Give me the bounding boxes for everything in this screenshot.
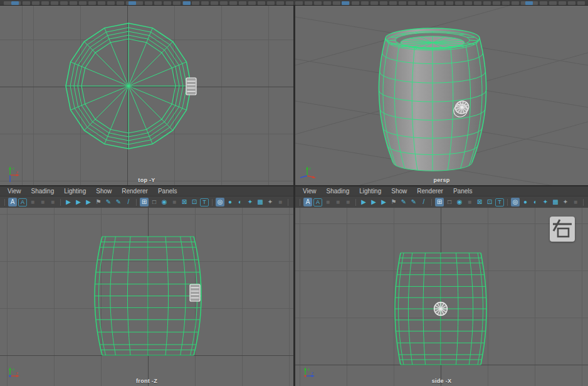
clipped-icon xyxy=(248,1,256,5)
resolution-gate-icon[interactable]: ◉ xyxy=(455,198,464,206)
clipped-icon xyxy=(117,1,124,5)
field-chart-icon[interactable]: ⊠ xyxy=(475,198,484,206)
camera-icon[interactable]: ▶ xyxy=(64,198,73,206)
gate-mask-icon[interactable]: ■ xyxy=(465,198,474,206)
clipped-icon xyxy=(41,1,49,5)
shadows-icon[interactable]: ▩ xyxy=(551,198,560,206)
camera-attributes-icon[interactable]: ▶ xyxy=(369,198,378,206)
use-all-lights-icon[interactable]: ✦ xyxy=(246,198,255,206)
clipped-icon xyxy=(70,1,77,5)
film-gate-icon[interactable]: □ xyxy=(150,198,159,206)
clipped-icon xyxy=(559,1,566,5)
motion-blur-icon[interactable]: ■ xyxy=(571,198,580,206)
wireframe-display-icon[interactable]: ◎ xyxy=(511,198,520,206)
clipped-icon xyxy=(314,1,322,5)
disabled-tool-icon[interactable]: ■ xyxy=(38,198,47,206)
select-priority-icon[interactable]: A xyxy=(18,198,27,206)
disabled-tool-icon[interactable]: ■ xyxy=(323,198,332,206)
clipped-icon xyxy=(135,1,143,5)
menu-view[interactable]: View xyxy=(298,186,322,196)
shadows-icon[interactable]: ▩ xyxy=(256,198,265,206)
gate-mask-icon[interactable]: ■ xyxy=(170,198,179,206)
safe-title-icon[interactable]: T xyxy=(200,198,209,206)
clipped-icon xyxy=(399,1,406,5)
menu-renderer[interactable]: Renderer xyxy=(117,186,153,196)
clipped-icon xyxy=(23,1,30,5)
barrel-top-wireframe xyxy=(0,6,293,185)
clipped-icon xyxy=(154,1,162,5)
safe-action-icon[interactable]: ⊡ xyxy=(485,198,494,206)
shaded-display-icon[interactable]: ● xyxy=(226,198,234,206)
maya-four-view-workspace: y x top -Y y persp ViewShadingLightingSh… xyxy=(0,0,588,386)
wireframe-display-icon[interactable]: ◎ xyxy=(216,198,224,206)
bookmark-flag-icon[interactable]: ⚑ xyxy=(94,198,103,206)
resolution-gate-icon[interactable]: ◉ xyxy=(160,198,169,206)
camera-bookmark-icon[interactable]: ▶ xyxy=(379,198,388,206)
clipped-icon xyxy=(192,1,199,5)
clipped-icon xyxy=(276,1,284,5)
menu-show[interactable]: Show xyxy=(91,186,117,196)
grid-toggle-icon[interactable]: ⊞ xyxy=(435,198,444,206)
toolbar-separator xyxy=(431,199,432,206)
viewport-front[interactable]: y x front -Z xyxy=(0,208,293,386)
clipped-icon xyxy=(417,1,425,5)
disabled-tool-icon[interactable]: ■ xyxy=(28,198,37,206)
film-gate-icon[interactable]: □ xyxy=(445,198,454,206)
menu-lighting[interactable]: Lighting xyxy=(59,186,91,196)
viewport-top[interactable]: y x top -Y xyxy=(0,6,293,185)
image-plane-icon[interactable]: ✎ xyxy=(104,198,113,206)
panel-menus: ViewShadingLightingShowRendererPanels xyxy=(0,186,293,196)
camera-icon[interactable]: ▶ xyxy=(359,198,368,206)
menu-view[interactable]: View xyxy=(3,186,26,196)
menu-panels[interactable]: Panels xyxy=(448,186,478,196)
disabled-tool-icon[interactable]: ■ xyxy=(333,198,342,206)
shaded-display-icon[interactable]: ● xyxy=(521,198,530,206)
menu-show[interactable]: Show xyxy=(386,186,412,196)
viewport-side[interactable]: 右 y z side -X xyxy=(295,208,588,386)
greasepencil-icon[interactable]: / xyxy=(419,198,428,206)
menu-shading[interactable]: Shading xyxy=(322,186,355,196)
clipped-icon xyxy=(408,1,416,5)
clipped-icon xyxy=(107,1,115,5)
clipped-icon xyxy=(568,1,575,5)
select-priority-icon[interactable]: A xyxy=(313,198,322,206)
disabled-tool-icon[interactable]: ■ xyxy=(344,198,352,206)
clipped-icon xyxy=(455,1,463,5)
occlusion-icon[interactable]: ✦ xyxy=(266,198,275,206)
2d-pan-zoom-icon[interactable]: ✎ xyxy=(409,198,418,206)
menu-shading[interactable]: Shading xyxy=(26,186,60,196)
motion-blur-icon[interactable]: ■ xyxy=(276,198,285,206)
bookmark-flag-icon[interactable]: ⚑ xyxy=(389,198,398,206)
occlusion-icon[interactable]: ✦ xyxy=(561,198,570,206)
field-chart-icon[interactable]: ⊠ xyxy=(180,198,189,206)
clipped-icon xyxy=(549,1,557,5)
toolbar-separator xyxy=(583,199,584,206)
camera-attributes-icon[interactable]: ▶ xyxy=(74,198,83,206)
use-all-lights-icon[interactable]: ✦ xyxy=(541,198,550,206)
safe-action-icon[interactable]: ⊡ xyxy=(190,198,199,206)
panel-toolbar: AA■■■▶▶▶⚑✎✎/⊞□◉■⊠⊡T◎●◐✦▩✦■◒◓◈■↖▣ xyxy=(295,196,588,208)
viewport-label-top: top -Y xyxy=(0,177,293,183)
camera-bookmark-icon[interactable]: ▶ xyxy=(84,198,93,206)
viewport-persp[interactable]: y persp xyxy=(295,6,588,185)
toolbar-separator xyxy=(288,199,288,206)
xray-icon[interactable]: ◒ xyxy=(291,198,293,206)
menu-lighting[interactable]: Lighting xyxy=(354,186,386,196)
menu-panels[interactable]: Panels xyxy=(153,186,182,196)
textured-display-icon[interactable]: ◐ xyxy=(236,198,244,206)
greasepencil-icon[interactable]: / xyxy=(124,198,133,206)
safe-title-icon[interactable]: T xyxy=(495,198,504,206)
image-plane-icon[interactable]: ✎ xyxy=(399,198,408,206)
clipped-icon xyxy=(474,1,481,5)
grid-toggle-icon[interactable]: ⊞ xyxy=(140,198,149,206)
menu-renderer[interactable]: Renderer xyxy=(412,186,448,196)
viewport-label-persp: persp xyxy=(295,177,588,183)
axis-label-x: x xyxy=(16,170,18,174)
select-highlight-icon[interactable]: A xyxy=(303,198,312,206)
disabled-tool-icon[interactable]: ■ xyxy=(48,198,57,206)
select-highlight-icon[interactable]: A xyxy=(8,198,17,206)
2d-pan-zoom-icon[interactable]: ✎ xyxy=(114,198,123,206)
textured-display-icon[interactable]: ◐ xyxy=(531,198,540,206)
clipped-icon xyxy=(427,1,434,5)
panel-menubar-front: ViewShadingLightingShowRendererPanels AA… xyxy=(0,186,293,208)
